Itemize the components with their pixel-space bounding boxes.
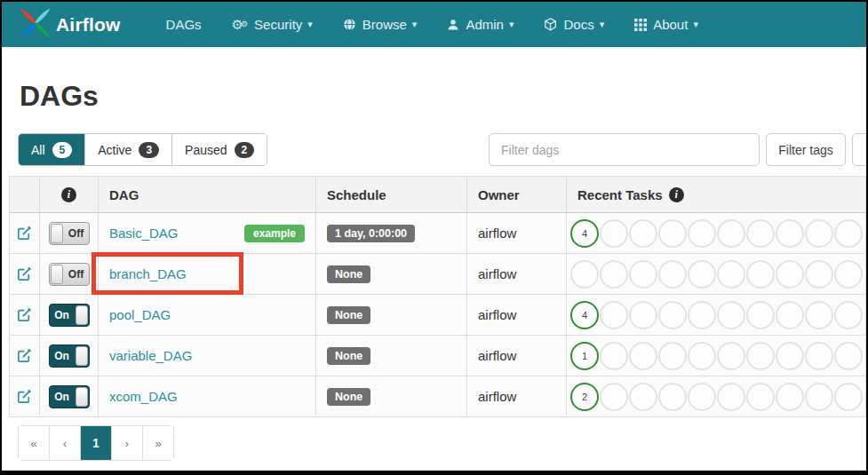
dag-link[interactable]: pool_DAG (109, 307, 171, 322)
edit-cell (10, 376, 40, 416)
task-status-circle (717, 342, 745, 370)
edit-dag-icon[interactable] (17, 348, 32, 363)
airflow-logo-icon (20, 7, 52, 43)
edit-cell (10, 213, 40, 253)
task-success-circle[interactable]: 1 (570, 342, 599, 370)
chevron-down-icon: ▾ (412, 19, 418, 30)
tab-paused[interactable]: Paused 2 (172, 134, 267, 165)
task-status-circle (776, 342, 804, 370)
schedule-badge[interactable]: None (327, 388, 370, 406)
dag-link[interactable]: variable_DAG (109, 348, 192, 363)
brand-title: Airflow (56, 14, 121, 36)
task-status-circle (658, 342, 687, 370)
task-status-circle (805, 260, 833, 289)
last-page-button[interactable]: » (143, 426, 173, 460)
task-status-circle (717, 301, 745, 329)
nav-item-about[interactable]: About ▾ (619, 17, 713, 32)
toggle-knob (51, 265, 63, 284)
dag-link[interactable]: Basic_DAG (109, 226, 179, 241)
edit-dag-icon[interactable] (17, 226, 32, 241)
page-1-button[interactable]: 1 (81, 426, 112, 460)
user-icon (447, 19, 459, 31)
task-status-circle (717, 260, 745, 289)
owner-cell: airflow (467, 295, 567, 335)
nav-item-docs[interactable]: Docs ▾ (529, 17, 619, 32)
schedule-badge[interactable]: None (327, 347, 370, 365)
owner-cell: airflow (467, 376, 567, 416)
task-status-circle (834, 219, 863, 248)
task-status-circle (746, 383, 775, 411)
table-row: On variable_DAG None airflow 1 (10, 336, 866, 376)
schedule-badge[interactable]: 1 day, 0:00:00 (327, 225, 415, 242)
task-status-circle (658, 301, 687, 329)
dag-cell: Basic_DAG example (99, 213, 316, 253)
schedule-badge[interactable]: None (327, 265, 370, 283)
chevron-down-icon: ▾ (509, 19, 514, 30)
header-edit-column (10, 177, 40, 212)
toggle-label: On (50, 391, 75, 403)
tag-badge[interactable]: example (244, 225, 305, 242)
task-status-circle (776, 219, 804, 248)
pause-toggle[interactable]: On (49, 304, 90, 327)
toggle-cell: On (40, 376, 99, 416)
tab-label: Active (98, 143, 131, 157)
task-status-circle (600, 260, 628, 289)
tab-all[interactable]: All 5 (19, 134, 85, 165)
nav-label: Docs (563, 17, 593, 32)
recent-tasks-cell: 4 (567, 295, 866, 335)
dag-table: i DAG Schedule Owner Recent Tasks i Off … (9, 176, 866, 417)
edit-dag-icon[interactable] (17, 266, 32, 281)
first-page-button[interactable]: « (19, 426, 50, 460)
task-success-circle[interactable]: 4 (570, 301, 599, 329)
tab-active[interactable]: Active 3 (85, 134, 172, 165)
task-status-circle (688, 383, 716, 411)
prev-page-button[interactable]: ‹ (50, 426, 81, 460)
table-row: Off Basic_DAG example 1 day, 0:00:00 air… (10, 213, 866, 254)
pause-toggle[interactable]: On (49, 344, 90, 368)
nav-menu: DAGs ⚙⚙ Security ▾ Browse ▾ Admin ▾ (151, 17, 713, 32)
owner-cell: airflow (467, 213, 567, 253)
cogs-icon: ⚙⚙ (232, 18, 249, 31)
next-page-button[interactable]: › (112, 426, 143, 460)
owner-cell: airflow (467, 336, 567, 376)
nav-item-browse[interactable]: Browse ▾ (328, 17, 433, 32)
owner-cell: airflow (467, 254, 567, 294)
task-status-circle (629, 342, 657, 370)
filter-tags-select[interactable]: Filter tags (766, 133, 846, 166)
edit-dag-icon[interactable] (17, 389, 32, 404)
nav-item-dags[interactable]: DAGs (151, 17, 217, 32)
task-status-circle (805, 383, 833, 411)
table-row: Off branch_DAG None airflow (10, 254, 866, 295)
task-success-circle[interactable]: 4 (570, 219, 599, 248)
pause-toggle[interactable]: On (49, 385, 90, 408)
task-success-circle[interactable]: 2 (570, 383, 599, 411)
nav-item-admin[interactable]: Admin ▾ (432, 17, 529, 32)
pause-toggle[interactable]: Off (49, 222, 90, 245)
info-icon: i (61, 187, 76, 202)
schedule-cell: None (316, 254, 467, 294)
grid-icon (634, 19, 647, 31)
nav-item-security[interactable]: ⚙⚙ Security ▾ (217, 17, 328, 32)
tab-count-badge: 5 (52, 142, 73, 158)
tab-count-badge: 2 (235, 142, 255, 158)
task-status-circle (834, 301, 863, 329)
globe-icon (343, 18, 356, 31)
dag-link[interactable]: xcom_DAG (109, 389, 178, 404)
dag-link[interactable]: branch_DAG (109, 266, 187, 281)
pagination: « ‹ 1 › » (18, 425, 174, 461)
nav-label: Admin (466, 17, 504, 32)
pause-toggle[interactable]: Off (49, 263, 90, 286)
task-status-circle (834, 260, 863, 289)
dag-table-body: Off Basic_DAG example 1 day, 0:00:00 air… (10, 213, 866, 417)
clipped-control[interactable] (852, 133, 868, 166)
airflow-brand[interactable]: Airflow (20, 7, 121, 43)
navbar: Airflow DAGs ⚙⚙ Security ▾ Browse ▾ (2, 2, 866, 47)
dag-filter-tabs: All 5 Active 3 Paused 2 (18, 133, 267, 166)
header-info-column: i (40, 177, 99, 212)
toggle-label: On (50, 350, 75, 362)
chevron-down-icon: ▾ (307, 19, 313, 30)
filter-dags-input[interactable] (489, 133, 760, 166)
schedule-badge[interactable]: None (327, 306, 370, 324)
chevron-down-icon: ▾ (600, 19, 605, 30)
edit-dag-icon[interactable] (17, 307, 32, 322)
